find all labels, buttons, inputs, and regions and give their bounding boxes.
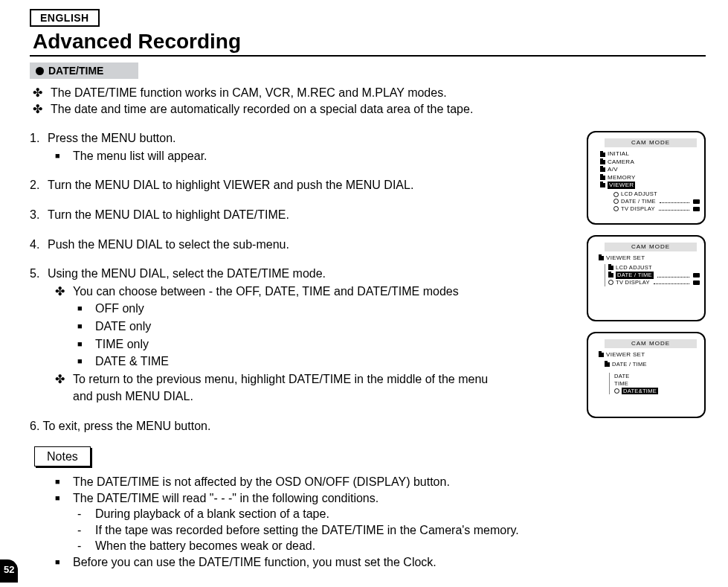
page-number-badge: 52 <box>0 559 18 583</box>
mode-bar: CAM MODE <box>605 138 697 147</box>
submenu-heading: DATE / TIME <box>605 361 700 368</box>
folder-icon <box>600 160 605 164</box>
menu-item-selected: VIEWER <box>600 182 700 189</box>
note-subline: If the tape was recorded before setting … <box>30 522 572 539</box>
intro-line: The date and time are automatically reco… <box>30 101 572 118</box>
step-5: 5.Using the MENU DIAL, select the DATE/T… <box>30 266 572 282</box>
submenu-item-selected: DATE / TIME <box>608 272 700 279</box>
note-subline: When the battery becomes weak or dead. <box>30 538 572 554</box>
toggle-icon <box>693 207 700 211</box>
submenu-item: TV DISPLAY <box>613 205 700 213</box>
page-title: Advanced Recording <box>33 30 706 54</box>
notes-heading: Notes <box>34 446 91 467</box>
step-5-return: To return to the previous menu, highligh… <box>30 371 572 388</box>
lcd-illustrations: CAM MODE INITIAL CAMERA A/V MEMORY VIEWE… <box>587 79 706 571</box>
folder-icon <box>608 273 613 278</box>
language-tab: ENGLISH <box>30 9 100 27</box>
folder-icon <box>600 183 605 187</box>
submenu-item: LCD ADJUST <box>613 190 700 198</box>
step-5-opt: OFF only <box>30 301 572 317</box>
submenu-item: DATE / TIME <box>613 198 700 205</box>
ring-icon <box>613 199 619 204</box>
viewer-set-label: VIEWER SET <box>606 254 645 262</box>
lcd-screen-3: CAM MODE VIEWER SET DATE / TIME DATE TIM… <box>587 332 706 418</box>
menu-item: CAMERA <box>600 158 700 166</box>
step-6: 6. To exit, press the MENU button. <box>30 418 572 434</box>
step-5-opt: TIME only <box>30 336 572 353</box>
note-line: The DATE/TIME is not affected by the OSD… <box>30 474 572 490</box>
folder-icon <box>600 167 605 172</box>
folder-icon <box>605 362 610 367</box>
body-text: The DATE/TIME function works in CAM, VCR… <box>30 79 572 571</box>
note-line: Before you can use the DATE/TIME functio… <box>30 554 572 571</box>
intro-line: The DATE/TIME function works in CAM, VCR… <box>30 85 572 101</box>
folder-icon <box>599 256 604 260</box>
title-rule <box>30 55 706 57</box>
option-item-selected: DATE&TIME <box>614 388 700 395</box>
manual-page: ENGLISH Advanced Recording DATE/TIME The… <box>0 0 728 571</box>
note-line: The DATE/TIME will read "- - -" in the f… <box>30 490 572 507</box>
ring-icon <box>608 280 613 285</box>
submenu-item: TV DISPLAY <box>608 279 700 286</box>
step-4: 4.Push the MENU DIAL to select the sub-m… <box>30 237 572 253</box>
folder-icon <box>608 266 613 270</box>
ring-icon <box>613 206 619 211</box>
ring-icon <box>614 388 619 394</box>
menu-item: INITIAL <box>600 150 700 158</box>
step-5-opt: DATE only <box>30 318 572 335</box>
step-1: 1.Press the MENU button. <box>30 130 572 147</box>
folder-icon <box>600 153 605 157</box>
bullet-icon <box>36 67 44 75</box>
note-subline: During playback of a blank section of a … <box>30 506 572 522</box>
section-header-text: DATE/TIME <box>48 65 103 77</box>
toggle-icon <box>693 280 700 285</box>
lcd-screen-2: CAM MODE VIEWER SET LCD ADJUST DATE / TI… <box>587 235 706 321</box>
step-2: 2.Turn the MENU DIAL to highlight VIEWER… <box>30 177 572 193</box>
step-5-return-cont: and push MENU DIAL. <box>30 388 572 405</box>
folder-icon <box>599 353 604 357</box>
toggle-icon <box>693 273 700 278</box>
step-5-opt: DATE & TIME <box>30 353 572 370</box>
folder-icon <box>600 176 605 180</box>
lcd-screen-1: CAM MODE INITIAL CAMERA A/V MEMORY VIEWE… <box>587 131 706 225</box>
step-1-sub: The menu list will appear. <box>30 148 572 164</box>
section-header-bar: DATE/TIME <box>30 62 138 79</box>
viewer-set-label: VIEWER SET <box>606 351 645 359</box>
step-5-choice: You can choose between - the OFF, DATE, … <box>30 283 572 300</box>
option-item: TIME <box>614 380 700 388</box>
ring-icon <box>613 192 619 197</box>
toggle-icon <box>693 199 700 204</box>
submenu-item: LCD ADJUST <box>608 264 700 272</box>
step-3: 3.Turn the MENU DIAL to highlight DATE/T… <box>30 207 572 223</box>
mode-bar: CAM MODE <box>605 243 697 251</box>
mode-bar: CAM MODE <box>605 339 697 348</box>
menu-item: A/V <box>600 166 700 173</box>
menu-item: MEMORY <box>600 174 700 182</box>
option-item: DATE <box>614 373 700 380</box>
